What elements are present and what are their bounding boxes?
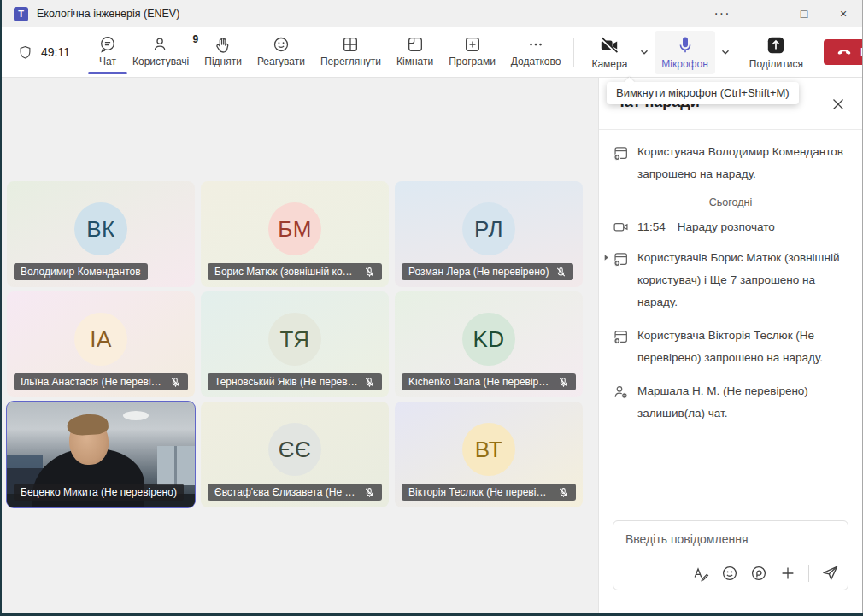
meeting-chat-panel: Чат наради Користувача Володимир Коменда… bbox=[598, 77, 862, 613]
participant-tile[interactable]: ТЯ Терновський Яків (Не перевірено) bbox=[201, 291, 389, 397]
close-chat-icon[interactable] bbox=[830, 96, 847, 113]
attach-plus-icon[interactable] bbox=[779, 565, 796, 582]
participant-name-label: Терновський Яків (Не перевірено) bbox=[208, 373, 382, 390]
smiley-icon bbox=[272, 35, 291, 54]
tab-apps[interactable]: Програми bbox=[441, 31, 503, 73]
close-button[interactable]: × bbox=[824, 1, 863, 27]
mic-tooltip: Вимкнути мікрофон (Ctrl+Shift+M) bbox=[607, 82, 799, 104]
window-edge bbox=[0, 613, 863, 616]
participant-name-label: Володимир Комендантов bbox=[14, 263, 148, 280]
participant-tile[interactable]: БМ Борис Матюк (зовнішній користувач) bbox=[201, 181, 389, 287]
tab-apps-label: Програми bbox=[449, 56, 496, 67]
participant-name-label: Беценко Микита (Не перевірено) bbox=[14, 484, 184, 501]
tab-participants-label: Користувачі bbox=[132, 56, 189, 67]
mic-button[interactable]: Мікрофон bbox=[655, 31, 714, 74]
camera-button[interactable]: Камера bbox=[584, 31, 634, 74]
expand-chevron-icon[interactable] bbox=[602, 254, 610, 261]
calendar-add-icon bbox=[613, 328, 629, 369]
tab-view[interactable]: Переглянути bbox=[313, 31, 389, 73]
tab-more[interactable]: Додатково bbox=[503, 31, 569, 73]
titlebar-more-button[interactable]: ··· bbox=[702, 1, 742, 27]
apps-plus-icon bbox=[463, 35, 482, 54]
participant-tile[interactable]: ЄЄ Євстаф'єва Єлизавета (Не перевірено) bbox=[201, 402, 389, 507]
chat-bubble-icon bbox=[98, 35, 117, 54]
mic-muted-icon bbox=[558, 487, 569, 498]
avatar: ІА bbox=[74, 313, 127, 366]
leave-button[interactable]: Вийти bbox=[824, 39, 863, 65]
share-screen-icon bbox=[766, 35, 786, 56]
share-label: Поділитися bbox=[749, 58, 803, 70]
chat-event-invite: Користувача Вікторія Теслюк (Не перевіре… bbox=[613, 325, 848, 369]
tab-rooms[interactable]: Кімнати bbox=[389, 31, 441, 73]
meeting-timer: 49:11 bbox=[17, 44, 70, 61]
participant-tile[interactable]: ВК Володимир Комендантов bbox=[7, 181, 195, 287]
mic-muted-icon bbox=[364, 487, 375, 498]
avatar: ВК bbox=[74, 202, 127, 255]
tab-react[interactable]: Реагувати bbox=[250, 31, 313, 73]
camera-off-icon bbox=[599, 35, 619, 56]
participant-tile[interactable]: ІА Ільїна Анастасія (Не перевірено) bbox=[7, 291, 195, 397]
tab-chat[interactable]: Чат bbox=[91, 31, 125, 73]
meeting-toolbar: 49:11 Чат 9 Користувачі Підняти bbox=[0, 27, 863, 78]
tab-react-label: Реагувати bbox=[257, 56, 305, 67]
avatar: БМ bbox=[268, 202, 321, 255]
participant-name-label: Kichenko Diana (Не перевірено) bbox=[402, 373, 576, 390]
share-button[interactable]: Поділитися bbox=[743, 31, 810, 74]
participant-tile[interactable]: РЛ Розман Лера (Не перевірено) bbox=[395, 181, 583, 287]
giphy-icon[interactable] bbox=[750, 565, 767, 582]
raised-hand-icon bbox=[214, 35, 232, 54]
breakout-rooms-icon bbox=[406, 35, 425, 54]
participant-name-label: Євстаф'єва Єлизавета (Не перевірено) bbox=[208, 484, 382, 501]
avatar: ТЯ bbox=[268, 313, 321, 366]
mic-muted-icon bbox=[364, 377, 375, 388]
chat-event-list: Користувача Володимир Комендантов запрош… bbox=[599, 129, 862, 436]
mic-dropdown-chevron[interactable] bbox=[715, 47, 736, 57]
tab-rooms-label: Кімнати bbox=[396, 56, 433, 67]
tab-raise-hand-label: Підняти bbox=[204, 56, 242, 67]
mic-muted-icon bbox=[558, 377, 569, 388]
video-camera-icon bbox=[613, 219, 629, 235]
avatar: ЄЄ bbox=[268, 423, 321, 476]
emoji-icon[interactable] bbox=[721, 565, 738, 582]
avatar: ВТ bbox=[462, 423, 515, 476]
chat-event-invite-group: Користувачів Борис Матюк (зовнішній кори… bbox=[613, 247, 848, 314]
format-text-icon[interactable] bbox=[692, 565, 709, 582]
send-message-icon[interactable] bbox=[821, 564, 839, 582]
hangup-phone-icon bbox=[836, 44, 853, 61]
participant-tile-self-video[interactable]: Беценко Микита (Не перевірено) bbox=[7, 402, 195, 507]
people-icon bbox=[151, 35, 170, 54]
camera-label: Камера bbox=[591, 58, 627, 70]
ceiling-lamp bbox=[123, 411, 149, 420]
participant-tile[interactable]: ВТ Вікторія Теслюк (Не перевірено) bbox=[395, 402, 583, 507]
more-dots-icon bbox=[526, 35, 545, 54]
window-title: Екологічна інженерія (ENEV) bbox=[37, 8, 179, 20]
camera-dropdown-chevron[interactable] bbox=[634, 47, 655, 57]
minimize-button[interactable]: — bbox=[745, 1, 784, 27]
tab-more-label: Додатково bbox=[511, 56, 561, 67]
participant-tile[interactable]: KD Kichenko Diana (Не перевірено) bbox=[395, 291, 583, 397]
tab-raise-hand[interactable]: Підняти bbox=[197, 31, 250, 73]
chat-event-leave: Маршала Н. М. (Не перевірено) залишив(ла… bbox=[613, 380, 848, 425]
message-input-placeholder: Введіть повідомлення bbox=[625, 532, 748, 546]
participant-grid: ВК Володимир Комендантов БМ Борис Матюк … bbox=[7, 181, 583, 507]
calendar-add-icon bbox=[613, 250, 629, 314]
message-composer[interactable]: Введіть повідомлення bbox=[613, 520, 848, 590]
avatar: РЛ bbox=[462, 202, 515, 255]
date-divider: Сьогодні bbox=[613, 197, 848, 208]
maximize-button[interactable]: □ bbox=[784, 1, 824, 27]
mic-label: Мікрофон bbox=[661, 58, 707, 70]
grid-view-icon bbox=[341, 35, 360, 54]
toolbar-divider bbox=[573, 38, 574, 67]
window-detail bbox=[157, 446, 195, 485]
calendar-add-icon bbox=[613, 144, 629, 185]
participant-name-label: Розман Лера (Не перевірено) bbox=[402, 263, 573, 280]
tab-participants[interactable]: 9 Користувачі bbox=[125, 31, 197, 73]
titlebar: T Екологічна інженерія (ENEV) ··· — □ × bbox=[0, 0, 863, 28]
person-left-icon bbox=[613, 384, 629, 425]
shield-icon bbox=[17, 44, 33, 61]
mic-muted-icon bbox=[555, 267, 567, 278]
tab-chat-label: Чат bbox=[99, 56, 116, 67]
tab-view-label: Переглянути bbox=[320, 56, 381, 67]
avatar: KD bbox=[462, 313, 515, 366]
mic-muted-icon bbox=[364, 267, 375, 278]
